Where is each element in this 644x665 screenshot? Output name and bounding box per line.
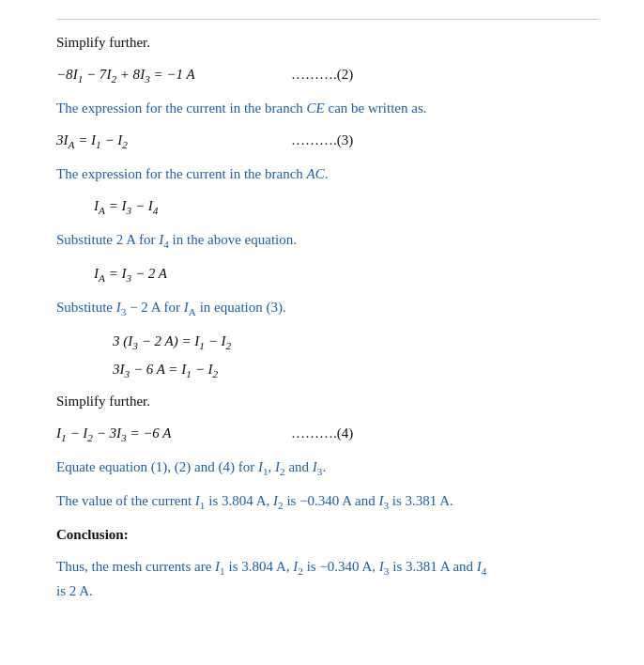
page-container: Simplify further. −8I1 − 7I2 + 8I3 = −1 … [0, 0, 644, 665]
substitute-i4-intro: Substitute 2 A for I4 in the above equat… [56, 228, 599, 253]
branch-ac-intro: The expression for the current in the br… [56, 162, 599, 185]
substitute-ia-intro: Substitute I3 − 2 A for IA in equation (… [56, 296, 599, 320]
eq2-number: ……….(2) [291, 63, 353, 85]
conclusion-text: Thus, the mesh currents are I1 is 3.804 … [56, 555, 599, 602]
conclusion-label: Conclusion: [56, 523, 599, 546]
ia-eq1: IA = I3 − I4 [94, 194, 599, 219]
equation-3: 3IA = I1 − I2 ……….(3) [56, 129, 599, 153]
conclusion-bold: Conclusion: [56, 527, 129, 542]
equate-intro: Equate equation (1), (2) and (4) for I1,… [56, 456, 599, 480]
equation-2: −8I1 − 7I2 + 8I3 = −1 A ……….(2) [56, 63, 599, 87]
expand-line-2: 3I3 − 6 A = I1 − I2 [113, 358, 599, 382]
eq3-math: 3IA = I1 − I2 [56, 129, 263, 153]
expand-line-1: 3 (I3 − 2 A) = I1 − I2 [113, 330, 599, 354]
eq2-math: −8I1 − 7I2 + 8I3 = −1 A [56, 63, 263, 87]
eq4-number: ……….(4) [291, 422, 353, 444]
current-label-ce: current [186, 101, 225, 116]
simplify-label-1: Simplify further. [56, 31, 599, 54]
simplify-label-2: Simplify further. [56, 390, 599, 412]
branch-ce-label: CE [307, 101, 325, 116]
ia-eq2: IA = I3 − 2 A [94, 262, 599, 286]
branch-ac-label: AC [307, 166, 325, 181]
current-label-ac: current [186, 166, 225, 181]
eq4-math: I1 − I2 − 3I3 = −6 A [56, 422, 263, 446]
branch-ce-intro: The expression for the current in the br… [56, 97, 599, 119]
eq3-number: ……….(3) [291, 129, 353, 151]
equation-4: I1 − I2 − 3I3 = −6 A ……….(4) [56, 422, 599, 446]
values-line: The value of the current I1 is 3.804 A, … [56, 489, 599, 514]
top-divider [56, 19, 599, 20]
